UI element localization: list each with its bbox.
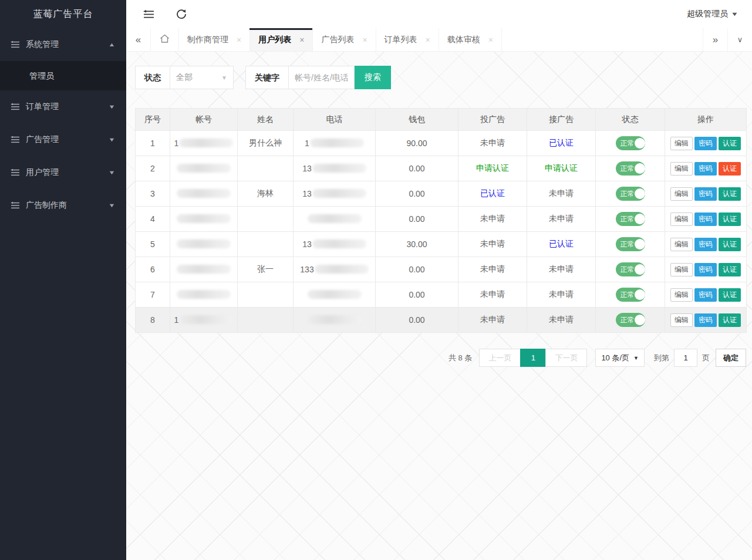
cell-index: 6 bbox=[136, 257, 170, 282]
tab-label: 用户列表 bbox=[258, 35, 291, 45]
edit-button[interactable]: 编辑 bbox=[670, 212, 693, 226]
tab-close-icon[interactable]: × bbox=[426, 35, 430, 45]
tab-订单列表[interactable]: 订单列表× bbox=[376, 28, 439, 51]
certified-link[interactable]: 已认证 bbox=[549, 239, 574, 248]
edit-button[interactable]: 编辑 bbox=[670, 162, 693, 176]
status-toggle[interactable]: 正常 bbox=[616, 187, 645, 201]
keyword-input[interactable] bbox=[289, 66, 355, 89]
ad-status-text[interactable]: 申请认证 bbox=[545, 163, 578, 173]
cell-actions: 编辑密码认证 bbox=[665, 156, 747, 181]
redacted-account bbox=[179, 139, 233, 147]
status-filter-label: 状态 bbox=[135, 66, 170, 89]
verify-button[interactable]: 认证 bbox=[719, 263, 741, 276]
user-name: 超级管理员 bbox=[687, 9, 728, 19]
cell-accept-ad: 未申请 bbox=[527, 207, 596, 232]
edit-button[interactable]: 编辑 bbox=[670, 313, 693, 327]
status-toggle[interactable]: 正常 bbox=[616, 237, 645, 251]
cell-phone bbox=[294, 207, 376, 232]
status-toggle-label: 正常 bbox=[621, 214, 635, 224]
cell-phone: 13 bbox=[294, 232, 376, 257]
status-toggle[interactable]: 正常 bbox=[616, 262, 645, 276]
next-page-button[interactable]: 下一页 bbox=[545, 349, 587, 367]
tab-用户列表[interactable]: 用户列表× bbox=[250, 28, 313, 51]
status-toggle[interactable]: 正常 bbox=[616, 313, 645, 327]
cell-post-ad: 未申请 bbox=[458, 282, 527, 308]
column-header: 序号 bbox=[136, 109, 170, 131]
cell-index: 1 bbox=[136, 131, 170, 156]
tab-home[interactable] bbox=[151, 28, 179, 51]
edit-button[interactable]: 编辑 bbox=[670, 263, 693, 276]
status-toggle[interactable]: 正常 bbox=[616, 161, 645, 176]
password-button[interactable]: 密码 bbox=[694, 137, 717, 150]
certified-link[interactable]: 已认证 bbox=[549, 138, 574, 147]
tab-广告列表[interactable]: 广告列表× bbox=[313, 28, 376, 51]
password-button[interactable]: 密码 bbox=[694, 313, 717, 327]
prev-page-button[interactable]: 上一页 bbox=[479, 349, 521, 367]
cell-post-ad: 未申请 bbox=[458, 232, 527, 257]
action-buttons: 编辑密码认证 bbox=[670, 263, 741, 276]
verify-button[interactable]: 认证 bbox=[719, 212, 741, 226]
cell-phone: 13 bbox=[294, 181, 376, 207]
phone-prefix: 13 bbox=[302, 239, 312, 249]
sidebar-item[interactable]: 系统管理▲ bbox=[0, 28, 126, 61]
password-button[interactable]: 密码 bbox=[694, 187, 717, 201]
verify-button[interactable]: 认证 bbox=[719, 288, 741, 302]
cell-status: 正常 bbox=[596, 156, 665, 181]
verify-button[interactable]: 认证 bbox=[719, 238, 741, 251]
tab-close-icon[interactable]: × bbox=[299, 35, 304, 45]
sidebar-item[interactable]: 广告管理▼ bbox=[0, 123, 126, 156]
tab-载体审核[interactable]: 载体审核× bbox=[439, 28, 502, 51]
certified-link[interactable]: 已认证 bbox=[480, 188, 505, 198]
cell-account bbox=[170, 282, 238, 308]
sidebar-item[interactable]: 订单管理▼ bbox=[0, 90, 126, 123]
status-toggle[interactable]: 正常 bbox=[616, 288, 645, 302]
verify-button[interactable]: 认证 bbox=[719, 313, 741, 327]
status-filter-group: 状态 全部 ▼ bbox=[135, 66, 234, 89]
status-toggle-label: 正常 bbox=[621, 290, 635, 300]
tab-close-icon[interactable]: × bbox=[488, 35, 493, 45]
page-size-select[interactable]: 10 条/页 ▼ bbox=[595, 349, 645, 367]
cell-accept-ad: 已认证 bbox=[527, 131, 596, 156]
cell-actions: 编辑密码认证 bbox=[665, 207, 747, 232]
goto-page-input[interactable] bbox=[674, 349, 697, 367]
ad-status-text: 未申请 bbox=[480, 138, 505, 147]
status-toggle[interactable]: 正常 bbox=[616, 136, 645, 150]
edit-button[interactable]: 编辑 bbox=[670, 137, 693, 150]
tab-制作商管理[interactable]: 制作商管理× bbox=[179, 28, 250, 51]
password-button[interactable]: 密码 bbox=[694, 162, 717, 176]
sidebar-submenu: 管理员 bbox=[0, 61, 126, 90]
password-button[interactable]: 密码 bbox=[694, 288, 717, 302]
collapse-sidebar-icon[interactable] bbox=[143, 8, 154, 20]
tabs-operations-icon[interactable]: ∨ bbox=[727, 28, 752, 51]
current-page-button[interactable]: 1 bbox=[520, 349, 546, 367]
verify-button[interactable]: 认证 bbox=[719, 187, 741, 201]
goto-confirm-button[interactable]: 确定 bbox=[716, 349, 746, 367]
verify-button[interactable]: 认证 bbox=[719, 162, 741, 176]
sidebar-item[interactable]: 广告制作商▼ bbox=[0, 189, 126, 222]
search-button[interactable]: 搜索 bbox=[355, 66, 391, 89]
sidebar-subitem[interactable]: 管理员 bbox=[0, 61, 126, 90]
password-button[interactable]: 密码 bbox=[694, 263, 717, 276]
status-toggle-label: 正常 bbox=[621, 265, 635, 275]
user-menu[interactable]: 超级管理员 ▼ bbox=[687, 9, 737, 19]
redacted-account bbox=[177, 265, 231, 274]
status-toggle[interactable]: 正常 bbox=[616, 212, 645, 226]
edit-button[interactable]: 编辑 bbox=[670, 187, 693, 201]
cell-actions: 编辑密码认证 bbox=[665, 308, 747, 333]
redacted-account bbox=[177, 164, 231, 173]
user-table: 序号帐号姓名电话钱包投广告接广告状态操作 11男什么神190.00未申请已认证正… bbox=[135, 108, 747, 333]
tab-close-icon[interactable]: × bbox=[362, 35, 367, 45]
edit-button[interactable]: 编辑 bbox=[670, 238, 693, 251]
tabs-scroll-left-icon[interactable]: « bbox=[126, 28, 151, 51]
password-button[interactable]: 密码 bbox=[694, 238, 717, 251]
sidebar-item[interactable]: 用户管理▼ bbox=[0, 156, 126, 189]
verify-button[interactable]: 认证 bbox=[719, 137, 741, 150]
tabs-scroll-right-icon[interactable]: » bbox=[703, 28, 727, 51]
refresh-icon[interactable] bbox=[176, 8, 187, 20]
password-button[interactable]: 密码 bbox=[694, 212, 717, 226]
edit-button[interactable]: 编辑 bbox=[670, 288, 693, 302]
tab-close-icon[interactable]: × bbox=[237, 35, 241, 45]
cell-phone bbox=[294, 308, 376, 333]
status-select[interactable]: 全部 ▼ bbox=[170, 66, 234, 89]
ad-status-text[interactable]: 申请认证 bbox=[476, 163, 509, 173]
